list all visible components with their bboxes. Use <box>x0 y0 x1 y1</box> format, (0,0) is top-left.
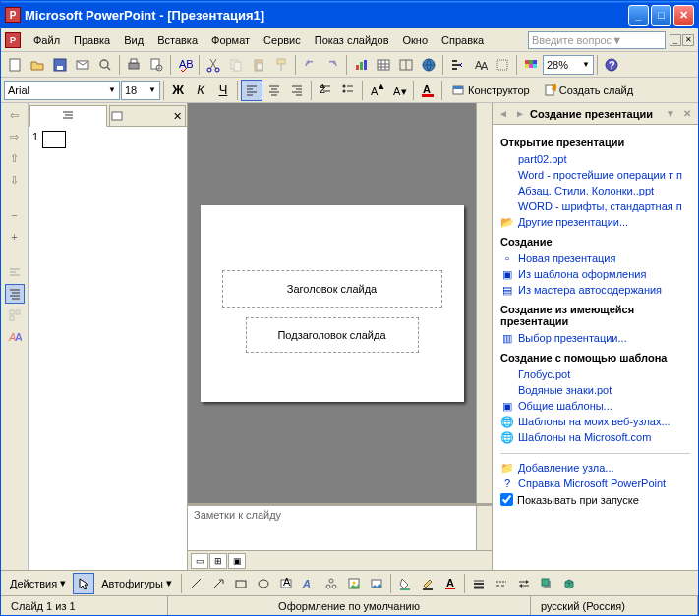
menu-view[interactable]: Вид <box>117 32 150 48</box>
link-recent-1[interactable]: part02.ppt <box>500 151 690 167</box>
outline-tab[interactable] <box>29 105 107 127</box>
taskpane-close-button[interactable]: ✕ <box>680 107 694 121</box>
font-color-draw-button[interactable]: A <box>439 573 461 594</box>
zoom-combo[interactable]: 28%▼ <box>543 55 594 75</box>
arrow-tool-button[interactable] <box>207 573 229 594</box>
move-up-button[interactable]: ⇧ <box>5 148 25 168</box>
ask-question-box[interactable]: Введите вопрос▼ <box>528 31 666 49</box>
expand-all-button[interactable] <box>446 54 468 76</box>
link-more-presentations[interactable]: 📂Другие презентации... <box>500 214 690 230</box>
help-button[interactable]: ? <box>601 54 622 76</box>
bold-button[interactable]: Ж <box>167 80 189 101</box>
link-from-design[interactable]: ▣Из шаблона оформления <box>500 266 690 282</box>
taskpane-forward-button[interactable]: ► <box>513 107 527 121</box>
slide-thumb-1[interactable]: 1 <box>32 131 183 148</box>
menu-slideshow[interactable]: Показ слайдов <box>308 32 396 48</box>
collapse-all-button[interactable] <box>5 262 25 282</box>
select-objects-button[interactable] <box>73 573 94 594</box>
show-formatting-side-button[interactable]: AA <box>5 327 25 347</box>
expand-button[interactable]: + <box>5 227 25 247</box>
slide-editor[interactable]: Заголовок слайда Подзаголовок слайда <box>188 103 476 503</box>
print-button[interactable] <box>123 54 145 76</box>
maximize-button[interactable]: □ <box>651 5 671 26</box>
summary-slide-button[interactable] <box>5 306 25 325</box>
notes-pane[interactable]: Заметки к слайду <box>188 503 492 550</box>
close-pane-button[interactable]: ✕ <box>170 110 185 123</box>
save-button[interactable] <box>49 54 71 76</box>
paste-button[interactable] <box>248 54 269 76</box>
menu-help[interactable]: Справка <box>435 32 491 48</box>
spellcheck-button[interactable]: ABC <box>174 54 196 76</box>
shadow-style-button[interactable] <box>536 573 557 594</box>
align-center-button[interactable] <box>263 80 285 101</box>
insert-hyperlink-button[interactable] <box>418 54 439 76</box>
menu-insert[interactable]: Вставка <box>150 32 204 48</box>
show-formatting-button[interactable]: AA <box>469 54 491 76</box>
subtitle-placeholder[interactable]: Подзаголовок слайда <box>246 317 419 353</box>
color-grayscale-button[interactable] <box>520 54 542 76</box>
undo-button[interactable] <box>299 54 320 76</box>
taskpane-back-button[interactable]: ◄ <box>496 107 510 121</box>
textbox-tool-button[interactable]: A <box>275 573 297 594</box>
new-slide-button[interactable]: ✱Создать слайд <box>537 80 639 101</box>
link-template-1[interactable]: Глобус.pot <box>500 366 690 382</box>
clipart-button[interactable] <box>343 573 365 594</box>
slideshow-view-button[interactable]: ▣ <box>228 553 246 569</box>
copy-button[interactable] <box>225 54 247 76</box>
3d-style-button[interactable] <box>558 573 580 594</box>
menu-window[interactable]: Окно <box>396 32 436 48</box>
font-size-combo[interactable]: 18▼ <box>121 81 160 100</box>
show-at-startup-check[interactable]: Показывать при запуске <box>500 491 690 508</box>
align-left-button[interactable] <box>241 80 262 101</box>
slide-canvas[interactable]: Заголовок слайда Подзаголовок слайда <box>201 205 464 402</box>
oval-tool-button[interactable] <box>253 573 274 594</box>
notes-scrollbar[interactable] <box>476 506 492 550</box>
numbering-button[interactable]: 12 <box>315 80 336 101</box>
underline-button[interactable]: Ч <box>212 80 234 101</box>
link-general-templates[interactable]: ▣Общие шаблоны... <box>500 398 690 414</box>
link-choose-presentation[interactable]: ▥Выбор презентации... <box>500 330 690 346</box>
font-name-combo[interactable]: Arial▼ <box>4 81 120 100</box>
bullets-button[interactable] <box>337 80 359 101</box>
link-from-wizard[interactable]: ▤Из мастера автосодержания <box>500 282 690 298</box>
link-web-templates[interactable]: 🌐Шаблоны на моих веб-узлах... <box>500 414 690 429</box>
print-preview-button[interactable] <box>146 54 167 76</box>
line-color-button[interactable] <box>417 573 438 594</box>
draw-actions-menu[interactable]: Действия ▾ <box>4 573 72 594</box>
expand-all-button-side[interactable] <box>5 284 25 304</box>
arrow-style-button[interactable] <box>513 573 535 594</box>
menu-edit[interactable]: Правка <box>67 32 117 48</box>
link-template-2[interactable]: Водяные знаки.pot <box>500 382 690 398</box>
open-button[interactable] <box>27 54 48 76</box>
promote-button[interactable]: ⇦ <box>5 105 25 125</box>
email-button[interactable] <box>72 54 93 76</box>
menu-file[interactable]: Файл <box>27 32 67 48</box>
diagram-button[interactable] <box>320 573 342 594</box>
mdi-minimize-button[interactable]: _ <box>670 34 681 46</box>
insert-picture-button[interactable] <box>366 573 387 594</box>
link-recent-2[interactable]: Word - простейшие операции т п <box>500 167 690 183</box>
italic-button[interactable]: К <box>190 80 211 101</box>
link-new-blank[interactable]: ▫Новая презентация <box>500 251 690 266</box>
increase-font-button[interactable]: A▴ <box>366 80 387 101</box>
rectangle-tool-button[interactable] <box>230 573 252 594</box>
fill-color-button[interactable] <box>394 573 416 594</box>
font-color-button[interactable]: A <box>417 80 438 101</box>
collapse-button[interactable]: − <box>5 205 25 225</box>
decrease-font-button[interactable]: A▾ <box>388 80 410 101</box>
normal-view-button[interactable]: ▭ <box>191 553 208 569</box>
wordart-button[interactable]: A <box>298 573 320 594</box>
link-recent-3[interactable]: Абзац. Стили. Колонки..ppt <box>500 183 690 198</box>
cut-button[interactable] <box>203 54 224 76</box>
insert-table-button[interactable] <box>373 54 394 76</box>
mdi-doc-icon[interactable]: P <box>5 32 21 48</box>
autoshapes-menu[interactable]: Автофигуры ▾ <box>95 573 178 594</box>
move-down-button[interactable]: ⇩ <box>5 170 25 190</box>
insert-chart-button[interactable] <box>350 54 372 76</box>
search-button[interactable] <box>94 54 116 76</box>
link-ms-templates[interactable]: 🌐Шаблоны на Microsoft.com <box>500 429 690 445</box>
link-add-node[interactable]: 📁Добавление узла... <box>500 460 690 476</box>
line-style-button[interactable] <box>468 573 490 594</box>
new-button[interactable] <box>4 54 26 76</box>
menu-format[interactable]: Формат <box>204 32 257 48</box>
